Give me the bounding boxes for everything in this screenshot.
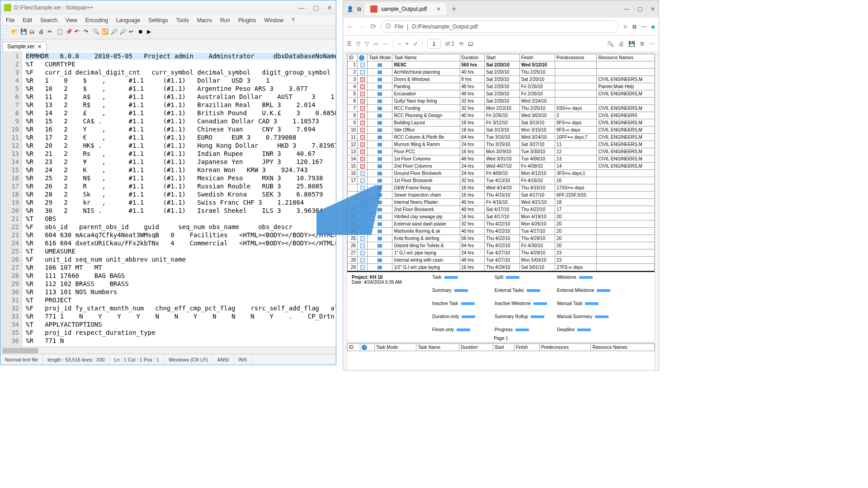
minimize-button[interactable]: — <box>298 4 305 11</box>
maximize-button[interactable]: ▢ <box>637 6 642 12</box>
print-icon[interactable]: 🖨 <box>618 41 624 47</box>
legend-item: Deadline <box>557 327 611 332</box>
menu-window[interactable]: Window <box>260 16 287 24</box>
status-eol: Windows (CR LF) <box>164 354 213 365</box>
wrap-icon[interactable]: ↩ <box>129 28 137 37</box>
zoom-out-button[interactable]: − <box>398 41 401 47</box>
replace-icon[interactable]: 🔁 <box>102 28 110 37</box>
table-row: 291/2" G.I w/c pipe laying16 hrsThu 4/29… <box>348 264 655 271</box>
tab-close-icon[interactable]: ✕ <box>436 6 441 12</box>
editor-area: 1234567891011121314151617181920212223242… <box>0 51 336 347</box>
menu-view[interactable]: View <box>62 16 81 24</box>
play-icon[interactable]: ▶ <box>147 28 155 37</box>
draw-icon[interactable]: ▽ <box>365 41 369 47</box>
menu-tools[interactable]: Tools <box>173 16 193 24</box>
zoom-in-icon[interactable]: 🔎 <box>111 28 119 37</box>
paste-icon[interactable]: 📌 <box>66 28 74 37</box>
refresh-button[interactable]: ⟳ <box>370 22 376 31</box>
table-row: 271" G.I w/c pipe laying24 hrsTue 4/27/1… <box>348 249 655 257</box>
save-icon[interactable]: 💾 <box>628 41 635 47</box>
legend-item: Duration-only <box>432 314 486 319</box>
notepad-window: D:\Files\Sample.xer - Notepad++ — ▢ ✕ Fi… <box>0 0 336 365</box>
save-all-icon[interactable]: 🗂 <box>29 28 38 37</box>
back-button[interactable]: ← <box>347 23 354 31</box>
file-tab[interactable]: Sample.xer ✕ <box>2 42 47 51</box>
edge-window: 👤 ⧉ sample_Output.pdf ✕ + — ▢ ✕ ← → ⟳ ⓘ … <box>343 0 659 371</box>
pdf-viewport[interactable]: IDiTask ModeTask NameDurationStartFinish… <box>343 52 659 370</box>
legend-item: Summary <box>432 288 486 293</box>
open-file-icon[interactable]: 📂 <box>11 28 19 37</box>
save-as-icon[interactable]: 🗎 <box>640 41 645 47</box>
new-tab-button[interactable]: + <box>450 5 458 14</box>
page-view-icon[interactable]: ▭ <box>373 41 378 47</box>
menu-file[interactable]: File <box>2 16 18 24</box>
split-screen-icon[interactable]: ⧉ <box>632 23 637 30</box>
page-input[interactable] <box>427 39 441 49</box>
address-text: D:/Files/sample_Output.pdf <box>412 23 477 30</box>
highlight-icon[interactable]: ▽ <box>356 41 360 47</box>
copy-icon[interactable]: 📋 <box>57 28 65 37</box>
record-icon[interactable]: ⏺ <box>138 28 146 37</box>
cut-icon[interactable]: ✂ <box>47 28 56 37</box>
more-icon[interactable]: ⋯ <box>383 41 388 47</box>
fit-page-icon[interactable]: ⤢ <box>413 41 418 47</box>
search-icon[interactable]: 🔍 <box>607 41 614 47</box>
copilot-icon[interactable]: ◆ <box>651 23 655 30</box>
read-aloud-icon[interactable]: 🕮 <box>468 41 473 47</box>
zoom-in-button[interactable]: + <box>406 41 409 47</box>
table-row: 3Doors & Windows8 hrsSat 2/20/10Sat 2/20… <box>348 76 655 83</box>
menu-language[interactable]: Language <box>113 16 144 24</box>
minimize-button[interactable]: — <box>624 6 629 12</box>
project-table: IDiTask ModeTask NameDurationStartFinish… <box>347 54 655 271</box>
menu-macro[interactable]: Macro <box>193 16 216 24</box>
address-bar[interactable]: ⓘ File | D:/Files/sample_Output.pdf <box>381 20 618 33</box>
undo-icon[interactable]: ↶ <box>75 28 83 37</box>
forward-button[interactable]: → <box>359 23 366 31</box>
collections-icon[interactable]: ⧉ <box>357 6 361 12</box>
menu-encoding[interactable]: Encoding <box>82 16 112 24</box>
favorite-icon[interactable]: ☆ <box>623 23 628 30</box>
menu-edit[interactable]: Edit <box>19 16 36 24</box>
legend-item: Manual Task <box>557 301 611 306</box>
table-row: 6Gully/ Nani trap fixing32 hrsSat 2/20/1… <box>348 98 655 105</box>
table-row: 212nd Floor Brickwork40 hrsSat 4/17/10Th… <box>348 206 655 213</box>
table-row: 1RESC560 hrsSat 2/20/10Wed 5/12/10 <box>348 61 655 69</box>
page-total: of 2 <box>445 41 454 47</box>
zoom-out-icon[interactable]: 🔎 <box>120 28 128 37</box>
menu-search[interactable]: Search <box>37 16 61 24</box>
settings-icon[interactable]: ⋯ <box>650 41 655 47</box>
new-file-icon[interactable]: 📄 <box>2 28 10 37</box>
notepad-toolbar: 📄 📂 💾 🗂 🖨 ✂ 📋 📌 ↶ ↷ 🔍 🔁 🔎 🔎 ↩ ⏺ ▶ <box>0 26 336 39</box>
table-row: 141st Floor Columns48 hrsWed 3/31/10Tue … <box>348 155 655 163</box>
save-icon[interactable]: 💾 <box>20 28 28 37</box>
page-number: Page 1 <box>347 335 655 342</box>
status-filetype: Normal text file <box>0 354 43 365</box>
contents-icon[interactable]: ☰ <box>347 41 352 47</box>
menu-?[interactable]: ? <box>288 16 298 24</box>
menu-run[interactable]: Run <box>217 16 234 24</box>
menu-settings[interactable]: Settings <box>145 16 171 24</box>
print-icon[interactable]: 🖨 <box>38 28 47 37</box>
rotate-icon[interactable]: ⟲ <box>459 41 463 47</box>
date-label: Date: 4/24/2024 6:39 AM <box>352 280 424 285</box>
code-content[interactable]: ERMHDR 6.0.0 2010-05-05 Project admin Ad… <box>22 51 336 347</box>
notepad-app-icon <box>4 4 11 11</box>
horizontal-scrollbar[interactable] <box>0 347 336 354</box>
menu-plugins[interactable]: Plugins <box>235 16 259 24</box>
find-icon[interactable]: 🔍 <box>93 28 101 37</box>
table-row: D&W Frame fixing16 hrsWed 4/14/10Thu 4/1… <box>348 184 655 192</box>
menu-icon[interactable]: ⋯ <box>641 23 646 30</box>
table-row: 22Vitrified clay sewage pip16 hrsSat 4/1… <box>348 213 655 221</box>
table-row: 10Site Office16 hrsSat 3/13/10Mon 3/15/1… <box>348 127 655 134</box>
redo-icon[interactable]: ↷ <box>84 28 92 37</box>
file-label: File <box>395 23 403 30</box>
profile-icon[interactable]: 👤 <box>347 6 354 12</box>
legend-block: Project: KH 10 Date: 4/24/2024 6:39 AM T… <box>347 271 655 335</box>
scroll-thumb[interactable] <box>2 348 38 353</box>
browser-tab[interactable]: sample_Output.pdf ✕ <box>365 3 446 15</box>
close-button[interactable]: ✕ <box>651 6 655 12</box>
close-button[interactable]: ✕ <box>327 4 332 11</box>
tab-close-icon[interactable]: ✕ <box>38 44 42 50</box>
legend-items: TaskSplitMilestoneSummaryExternal TasksE… <box>432 275 650 332</box>
maximize-button[interactable]: ▢ <box>313 4 319 11</box>
